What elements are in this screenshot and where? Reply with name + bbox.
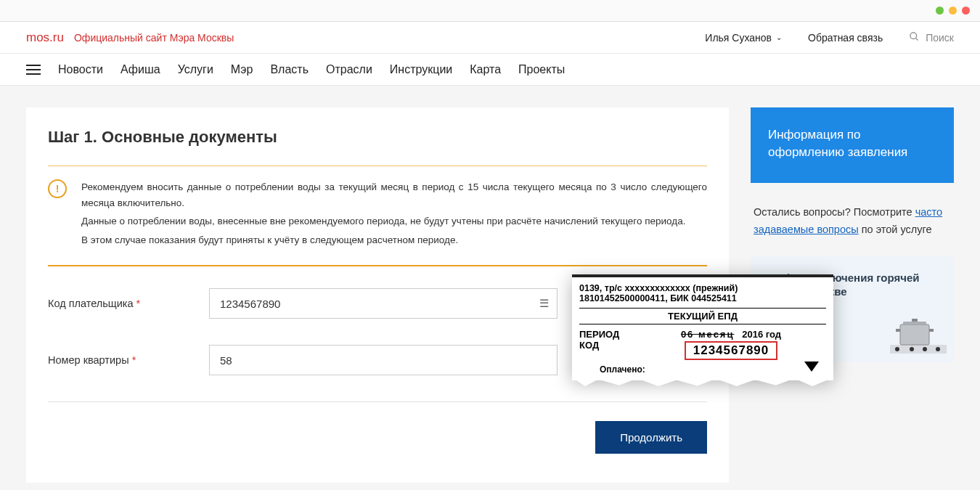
divider [48,401,707,402]
arrow-down-icon [804,362,819,376]
svg-rect-8 [900,324,929,345]
receipt-header: ТЕКУЩИЙ ЕПД [579,308,826,324]
svg-rect-9 [903,322,926,324]
payer-code-input[interactable] [209,288,558,319]
receipt-account-line: 0139, тр/с xxxxxxxxxxxxx (прежний) [579,283,826,293]
svg-point-4 [895,347,899,351]
receipt-code-label: КОД [579,340,636,351]
svg-rect-12 [929,329,934,332]
site-tagline: Официальный сайт Мэра Москвы [74,32,234,44]
nav-item-mayor[interactable]: Мэр [231,63,253,76]
receipt-tooltip: 0139, тр/с xxxxxxxxxxxxx (прежний) 18101… [572,274,833,380]
hamburger-icon[interactable] [26,62,41,78]
user-menu[interactable]: Илья Суханов ⌄ [705,32,782,44]
info-card[interactable]: Информация по оформлению заявления [751,107,954,183]
pot-icon [890,313,947,356]
svg-point-0 [910,32,917,38]
apartment-input[interactable] [209,345,558,375]
apartment-label: Номер квартиры * [48,354,209,366]
faq-text-prefix: Остались вопросы? Посмотрите [754,206,915,218]
search-button[interactable]: Поиск [909,31,954,44]
nav-item-government[interactable]: Власть [270,63,309,76]
window-maximize-icon[interactable] [949,7,957,15]
svg-point-7 [936,347,940,351]
window-minimize-icon[interactable] [936,7,944,15]
window-close-icon[interactable] [962,7,970,15]
svg-point-5 [910,347,914,351]
notice-line-3: В этом случае показания будут приняты к … [81,232,707,248]
nav-item-instructions[interactable]: Инструкции [390,63,452,76]
svg-point-6 [923,347,927,351]
user-name-label: Илья Суханов [705,32,772,44]
window-chrome [0,0,980,22]
info-card-title: Информация по оформлению заявления [768,126,936,161]
svg-rect-11 [896,329,900,332]
top-bar: mos.ru Официальный сайт Мэра Москвы Илья… [0,22,980,54]
svg-line-1 [916,38,918,40]
nav-item-map[interactable]: Карта [470,63,501,76]
notice-line-1: Рекомендуем вносить данные о потреблении… [81,179,707,211]
nav-item-events[interactable]: Афиша [121,63,160,76]
svg-rect-10 [912,319,918,322]
main-content: Шаг 1. Основные документы ! Рекомендуем … [26,107,729,483]
feedback-link[interactable]: Обратная связь [808,32,883,44]
chevron-down-icon: ⌄ [776,33,782,41]
receipt-paid-label: Оплачено: [579,360,645,375]
search-icon [909,31,920,44]
payer-code-label: Код плательщика * [48,298,209,309]
nav-item-sectors[interactable]: Отрасли [326,63,372,76]
receipt-code-value: 1234567890 [685,341,778,360]
svg-marker-2 [804,362,819,372]
step-title: Шаг 1. Основные документы [48,128,707,147]
list-icon[interactable]: ☰ [539,297,549,310]
main-nav: Новости Афиша Услуги Мэр Власть Отрасли … [0,54,980,86]
nav-item-news[interactable]: Новости [58,63,103,76]
faq-text-suffix: по этой услуге [862,224,932,235]
receipt-period-label: ПЕРИОД [579,329,636,340]
alert-icon: ! [48,179,67,198]
receipt-year: 2016 год [742,329,781,340]
search-placeholder: Поиск [926,32,954,44]
notice-line-2: Данные о потреблении воды, внесенные вне… [81,213,707,229]
receipt-period-value: 06 месяц [681,329,735,340]
receipt-bic-line: 18101452500000411, БИК 044525411 [579,293,826,303]
site-logo[interactable]: mos.ru [26,30,64,45]
notice-box: ! Рекомендуем вносить данные о потреблен… [48,166,707,266]
nav-item-projects[interactable]: Проекты [518,63,565,76]
continue-button[interactable]: Продолжить [595,421,707,454]
faq-block: Остались вопросы? Посмотрите часто задав… [751,203,954,239]
nav-item-services[interactable]: Услуги [178,63,213,76]
